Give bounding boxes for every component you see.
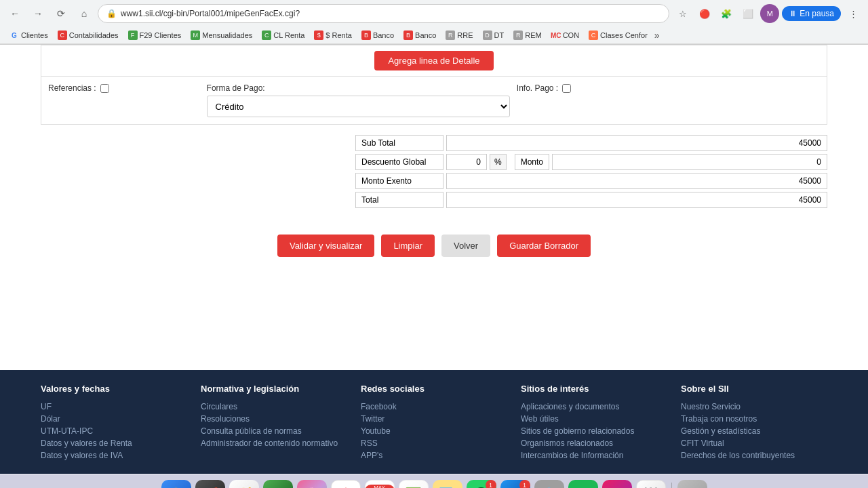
add-line-button[interactable]: Agrega linea de Detalle <box>374 51 493 70</box>
dock-safari[interactable]: 🧭 <box>229 480 259 489</box>
browser-right-icons: ☆ 🔴 🧩 ⬜ M ⏸ En pausa ⋮ <box>673 4 863 23</box>
dock-calendar[interactable]: MAY 31 <box>365 480 395 489</box>
bookmark-clrenta[interactable]: C CL Renta <box>258 29 309 41</box>
bookmark-mensualidades[interactable]: M Mensualidades <box>186 29 256 41</box>
footer-link-cfit[interactable]: CFIT Virtual <box>681 439 827 448</box>
bookmark-renta[interactable]: $ $ Renta <box>310 29 356 41</box>
address-bar[interactable]: 🔒 www1.sii.cl/cgi-bin/Portal001/mipeGenF… <box>98 4 669 23</box>
dock-settings[interactable]: ⚙️ <box>534 480 564 489</box>
footer-link-twitter[interactable]: Twitter <box>361 414 507 424</box>
info-pago-group: Info. Pago : <box>517 83 820 93</box>
dock-preview[interactable]: 🖼 <box>636 480 666 489</box>
guardar-button[interactable]: Guardar Borrador <box>497 235 591 257</box>
calendar-month: MAY <box>365 485 395 489</box>
dock-whatsapp[interactable]: 💬 1 <box>467 480 496 489</box>
footer-link-facebook[interactable]: Facebook <box>361 402 507 411</box>
bookmark-banco2[interactable]: B Banco <box>399 29 440 41</box>
dock-appstore[interactable]: A 1 <box>500 480 530 489</box>
dock-siri[interactable]: ◎ <box>602 480 632 489</box>
bookmark-star-button[interactable]: ☆ <box>673 4 692 23</box>
bookmark-f29[interactable]: F F29 Clientes <box>124 29 186 41</box>
menu-button[interactable]: ⋮ <box>844 4 863 23</box>
en-pausa-button[interactable]: ⏸ En pausa <box>782 6 841 21</box>
referencias-checkbox[interactable] <box>100 84 109 93</box>
monto-label: Monto <box>515 154 549 170</box>
footer-link-trabaja[interactable]: Trabaja con nosotros <box>681 414 827 424</box>
puzzle-icon[interactable]: 🧩 <box>717 4 736 23</box>
browser-toolbar: ← → ⟳ ⌂ 🔒 www1.sii.cl/cgi-bin/Portal001/… <box>0 0 868 27</box>
dock-chrome[interactable] <box>331 480 361 489</box>
footer-link-aplicaciones[interactable]: Aplicaciones y documentos <box>521 402 667 411</box>
footer-col-redes: Redes sociales Facebook Twitter Youtube … <box>361 384 507 460</box>
monto-value-input[interactable] <box>552 154 827 170</box>
footer-link-datos-renta[interactable]: Datos y valores de Renta <box>41 439 187 448</box>
bm-green-icon: F <box>128 30 138 40</box>
limpiar-button[interactable]: Limpiar <box>381 235 435 257</box>
totals-table: Sub Total 45000 Descuento Global % Monto… <box>355 135 827 211</box>
footer-link-derechos[interactable]: Derechos de los contribuyentes <box>681 451 827 460</box>
dock-maps[interactable]: 🗺 <box>263 480 293 489</box>
footer-col4-title: Sitios de interés <box>521 384 667 394</box>
dock-launchpad[interactable]: 🚀 <box>195 480 225 489</box>
footer-link-youtube[interactable]: Youtube <box>361 426 507 436</box>
footer-link-resoluciones[interactable]: Resoluciones <box>201 414 347 424</box>
footer-link-apps[interactable]: APP's <box>361 451 507 460</box>
footer-col-normativa: Normativa y legislación Circulares Resol… <box>201 384 347 460</box>
footer-col-sitios: Sitios de interés Aplicaciones y documen… <box>521 384 667 460</box>
footer-link-consulta[interactable]: Consulta pública de normas <box>201 426 347 436</box>
bm-green3-icon: C <box>262 30 271 40</box>
bookmark-clases[interactable]: C Clases Cenfor <box>585 29 652 41</box>
footer-link-organismos[interactable]: Organismos relacionados <box>521 439 667 448</box>
footer-link-datos-iva[interactable]: Datos y valores de IVA <box>41 451 187 460</box>
dock-photos[interactable]: 🌸 <box>297 480 327 489</box>
total-row: Total 45000 <box>355 192 827 208</box>
footer-link-gestion[interactable]: Gestión y estadísticas <box>681 426 827 436</box>
reload-button[interactable]: ⟳ <box>52 4 71 23</box>
totals-section: Sub Total 45000 Descuento Global % Monto… <box>41 135 827 211</box>
dock-notes[interactable]: 📝 <box>433 480 462 489</box>
bookmark-banco1[interactable]: B Banco <box>357 29 398 41</box>
info-pago-checkbox[interactable] <box>562 84 571 93</box>
monto-exento-value: 45000 <box>446 173 827 189</box>
footer-link-circulares[interactable]: Circulares <box>201 402 347 411</box>
footer-link-sitios-gobierno[interactable]: Sitios de gobierno relacionados <box>521 426 667 436</box>
footer-link-uf[interactable]: UF <box>41 402 187 411</box>
bookmark-con[interactable]: MC CON <box>547 29 583 41</box>
dock-trash[interactable]: 🗑 <box>677 480 707 489</box>
split-view-button[interactable]: ⬜ <box>738 4 757 23</box>
add-line-section: Agrega linea de Detalle <box>41 45 827 77</box>
bookmark-rre[interactable]: R RRE <box>441 29 477 41</box>
bookmark-rem[interactable]: R REM <box>509 29 545 41</box>
home-button[interactable]: ⌂ <box>75 4 94 23</box>
back-button[interactable]: ← <box>5 4 24 23</box>
footer-col-valores: Valores y fechas UF Dólar UTM-UTA-IPC Da… <box>41 384 187 460</box>
more-bookmarks-button[interactable]: » <box>654 30 660 41</box>
bookmark-dt[interactable]: D DT <box>479 29 509 41</box>
chrome-icon <box>336 485 355 489</box>
footer-link-nuestro-servicio[interactable]: Nuestro Servicio <box>681 402 827 411</box>
descuento-input[interactable] <box>446 154 487 170</box>
bookmark-clientes[interactable]: G Clientes <box>5 29 52 41</box>
forma-pago-select[interactable]: Crédito Contado Sin costo <box>207 96 510 117</box>
bm-banco1-icon: B <box>361 30 371 40</box>
dock-finder[interactable]: 😊 <box>161 480 191 489</box>
footer-link-rss[interactable]: RSS <box>361 439 507 448</box>
total-value: 45000 <box>446 192 827 208</box>
validar-button[interactable]: Validar y visualizar <box>277 235 374 257</box>
footer-link-admin-contenido[interactable]: Administrador de contenido normativo <box>201 439 347 448</box>
bm-rem-icon: R <box>513 30 523 40</box>
footer-link-utm[interactable]: UTM-UTA-IPC <box>41 426 187 436</box>
bookmark-contabilidades[interactable]: C Contabilidades <box>54 29 123 41</box>
footer-link-web-utiles[interactable]: Web útiles <box>521 414 667 424</box>
dock-spotify[interactable]: 🎵 <box>568 480 598 489</box>
profile-icon[interactable]: M <box>760 4 779 23</box>
referencias-label: Referencias : <box>48 83 96 93</box>
bookmarks-bar: G Clientes C Contabilidades F F29 Client… <box>0 27 868 44</box>
extensions-button[interactable]: 🔴 <box>695 4 714 23</box>
dock-reminders[interactable]: ✅ <box>399 480 429 489</box>
footer-link-intercambios[interactable]: Intercambios de Información <box>521 451 667 460</box>
forward-button[interactable]: → <box>28 4 47 23</box>
volver-button[interactable]: Volver <box>441 235 490 257</box>
appstore-badge: 1 <box>519 480 530 489</box>
footer-link-dolar[interactable]: Dólar <box>41 414 187 424</box>
